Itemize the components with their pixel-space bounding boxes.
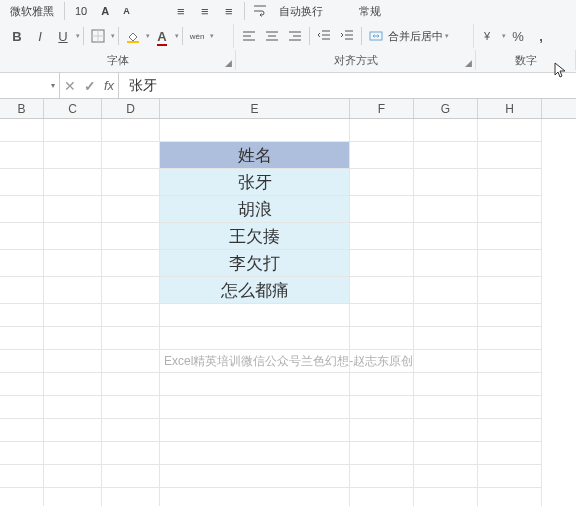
cell[interactable]	[0, 396, 44, 419]
cell[interactable]	[350, 169, 414, 196]
col-header-H[interactable]: H	[478, 99, 542, 118]
cell[interactable]	[102, 277, 160, 304]
cell[interactable]	[414, 488, 478, 506]
cell[interactable]	[102, 142, 160, 169]
cell[interactable]	[160, 304, 350, 327]
cell[interactable]	[0, 350, 44, 373]
cell[interactable]	[102, 419, 160, 442]
align-middle-icon[interactable]: ≡	[194, 0, 216, 22]
cell[interactable]	[0, 277, 44, 304]
cell[interactable]	[414, 304, 478, 327]
cell[interactable]	[44, 488, 102, 506]
cell[interactable]	[102, 373, 160, 396]
table-data-cell[interactable]: 胡浪	[160, 196, 350, 223]
cell[interactable]	[0, 250, 44, 277]
cell[interactable]	[0, 442, 44, 465]
cell[interactable]	[102, 350, 160, 373]
cell[interactable]	[44, 142, 102, 169]
table-header-cell[interactable]: 姓名	[160, 142, 350, 169]
cell[interactable]	[478, 327, 542, 350]
cell[interactable]	[478, 169, 542, 196]
font-color-button[interactable]: A	[151, 25, 173, 47]
cell[interactable]	[0, 373, 44, 396]
cell[interactable]	[350, 250, 414, 277]
cell[interactable]	[478, 465, 542, 488]
table-data-cell[interactable]: 李欠打	[160, 250, 350, 277]
number-format-box[interactable]: 常规	[353, 4, 387, 19]
cell[interactable]	[478, 250, 542, 277]
increase-font-icon[interactable]: A	[95, 5, 115, 17]
cell[interactable]	[414, 396, 478, 419]
cell[interactable]	[478, 419, 542, 442]
table-data-cell[interactable]: 张牙	[160, 169, 350, 196]
cell[interactable]	[160, 327, 350, 350]
cell[interactable]	[44, 119, 102, 142]
cell[interactable]	[350, 465, 414, 488]
merge-label[interactable]: 合并后居中	[388, 29, 443, 44]
cell[interactable]	[478, 223, 542, 250]
col-header-G[interactable]: G	[414, 99, 478, 118]
table-data-cell[interactable]: 怎么都痛	[160, 277, 350, 304]
cell[interactable]	[478, 277, 542, 304]
cell[interactable]	[350, 142, 414, 169]
decrease-font-icon[interactable]: A	[117, 6, 136, 16]
cell[interactable]	[44, 250, 102, 277]
align-right-icon[interactable]	[284, 25, 306, 47]
cell[interactable]	[160, 419, 350, 442]
cell[interactable]	[160, 488, 350, 506]
cell[interactable]	[350, 396, 414, 419]
cell[interactable]	[478, 142, 542, 169]
bold-button[interactable]: B	[6, 25, 28, 47]
fill-color-button[interactable]	[122, 25, 144, 47]
cell[interactable]	[102, 250, 160, 277]
decrease-indent-icon[interactable]	[313, 25, 335, 47]
cell[interactable]	[350, 119, 414, 142]
cell[interactable]	[44, 327, 102, 350]
cell[interactable]	[44, 277, 102, 304]
cell[interactable]	[102, 169, 160, 196]
cell[interactable]	[350, 488, 414, 506]
cell[interactable]	[102, 327, 160, 350]
grid[interactable]: 姓名张牙胡浪王欠揍李欠打怎么都痛Excel精英培训微信公众号兰色幻想-赵志东原创	[0, 119, 576, 506]
wrap-text-icon[interactable]	[249, 0, 271, 22]
cancel-icon[interactable]: ✕	[64, 78, 76, 94]
cell[interactable]: Excel精英培训微信公众号兰色幻想-赵志东原创	[160, 350, 350, 373]
cell[interactable]	[414, 442, 478, 465]
cell[interactable]	[102, 396, 160, 419]
cell[interactable]	[414, 119, 478, 142]
phonetic-button[interactable]: wén	[186, 25, 208, 47]
cell[interactable]	[44, 419, 102, 442]
col-header-C[interactable]: C	[44, 99, 102, 118]
merge-button[interactable]	[365, 25, 387, 47]
border-dropdown-icon[interactable]: ▾	[111, 32, 115, 40]
currency-button[interactable]: ¥	[478, 25, 500, 47]
cell[interactable]	[350, 223, 414, 250]
font-color-dropdown-icon[interactable]: ▾	[175, 32, 179, 40]
cell[interactable]	[0, 169, 44, 196]
cell[interactable]	[44, 396, 102, 419]
align-top-icon[interactable]: ≡	[170, 0, 192, 22]
cell[interactable]	[414, 327, 478, 350]
cell[interactable]	[0, 419, 44, 442]
percent-button[interactable]: %	[507, 25, 529, 47]
align-center-icon[interactable]	[261, 25, 283, 47]
cell[interactable]	[102, 304, 160, 327]
fill-dropdown-icon[interactable]: ▾	[146, 32, 150, 40]
cell[interactable]	[414, 142, 478, 169]
underline-dropdown-icon[interactable]: ▾	[76, 32, 80, 40]
increase-indent-icon[interactable]	[336, 25, 358, 47]
cell[interactable]	[102, 488, 160, 506]
border-button[interactable]	[87, 25, 109, 47]
fx-icon[interactable]: fx	[104, 78, 114, 93]
cell[interactable]	[0, 327, 44, 350]
font-name-box[interactable]: 微软雅黑	[4, 4, 60, 19]
cell[interactable]	[0, 465, 44, 488]
cell[interactable]	[44, 304, 102, 327]
col-header-F[interactable]: F	[350, 99, 414, 118]
italic-button[interactable]: I	[29, 25, 51, 47]
cell[interactable]	[44, 442, 102, 465]
cell[interactable]	[478, 196, 542, 223]
enter-icon[interactable]: ✓	[84, 78, 96, 94]
cell[interactable]	[44, 169, 102, 196]
cell[interactable]	[0, 223, 44, 250]
